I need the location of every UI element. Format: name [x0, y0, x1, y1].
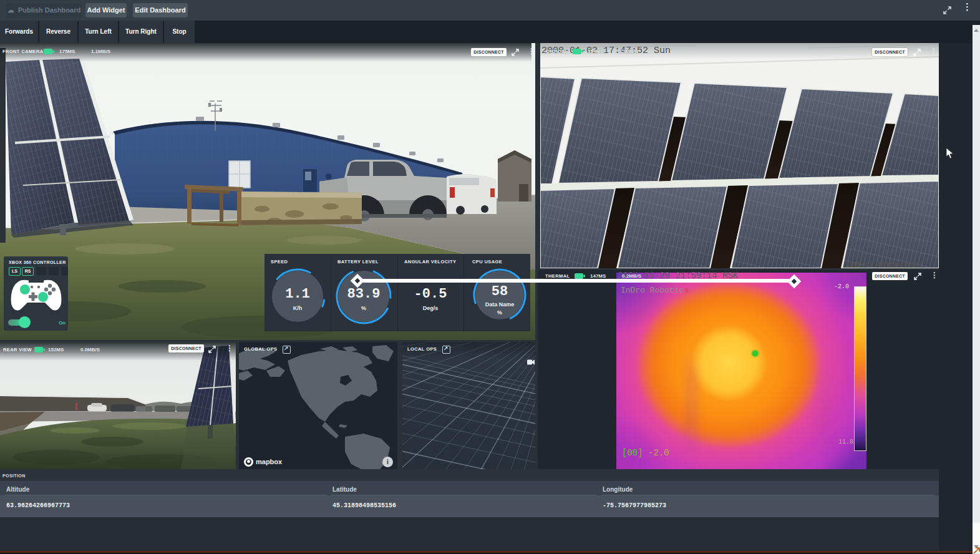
- svg-text:InDro Robotics: InDro Robotics: [845, 260, 921, 268]
